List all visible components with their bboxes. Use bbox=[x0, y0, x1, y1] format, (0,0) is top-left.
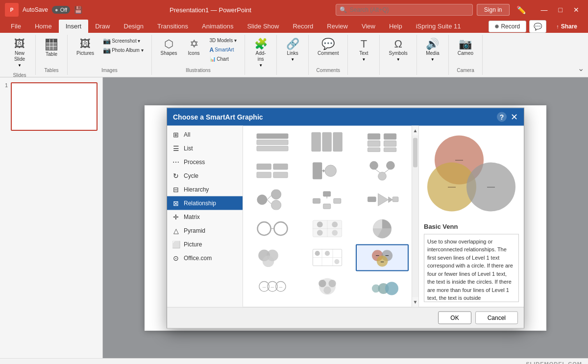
category-cycle[interactable]: ↻ Cycle bbox=[167, 169, 243, 182]
graphic-item-16[interactable]: — — — bbox=[246, 273, 299, 300]
tab-transitions[interactable]: Transitions bbox=[150, 20, 195, 33]
tab-view[interactable]: View bbox=[355, 20, 382, 33]
smartart-button[interactable]: A SmartArt bbox=[207, 46, 240, 54]
category-picture[interactable]: ⬜ Picture bbox=[167, 237, 243, 251]
screenshot-button[interactable]: 📷 Screenshot ▾ bbox=[100, 37, 146, 45]
category-list[interactable]: ☰ List bbox=[167, 141, 243, 155]
text-button[interactable]: T Text ▼ bbox=[353, 37, 374, 64]
pencil-icon[interactable]: ✏️ bbox=[516, 5, 526, 15]
category-hierarchy[interactable]: ⊟ Hierarchy bbox=[167, 182, 243, 196]
graphic-item-9[interactable] bbox=[356, 186, 409, 213]
tab-draw[interactable]: Draw bbox=[88, 20, 117, 33]
slide-thumbnail[interactable] bbox=[11, 82, 98, 131]
category-matrix[interactable]: ✛ Matrix bbox=[167, 210, 243, 223]
tab-home[interactable]: Home bbox=[28, 20, 59, 33]
3d-models-button[interactable]: 3D Models ▾ bbox=[207, 37, 240, 45]
smartart-label: SmartArt bbox=[215, 47, 234, 53]
save-icon[interactable]: 💾 bbox=[74, 6, 82, 14]
scrollbar-up[interactable]: ▲ bbox=[412, 125, 418, 135]
svg-point-81 bbox=[385, 282, 398, 295]
tab-animations[interactable]: Animations bbox=[195, 20, 240, 33]
media-button[interactable]: 🔊 Media ▼ bbox=[422, 37, 443, 64]
dialog-help-button[interactable]: ? bbox=[497, 112, 507, 121]
svg-point-26 bbox=[386, 161, 394, 170]
illustrations-items: ⬡ Shapes ✡ Icons 3D Models ▾ A SmartArt bbox=[157, 37, 240, 65]
illustrations-sub-group: 3D Models ▾ A SmartArt 📊 Chart bbox=[207, 37, 240, 63]
pictures-button[interactable]: 🖼 Pictures bbox=[73, 37, 98, 58]
record-dot-icon bbox=[495, 24, 499, 28]
preview-image: — — — bbox=[424, 130, 519, 218]
minimize-button[interactable]: — bbox=[537, 5, 552, 15]
tab-record[interactable]: Record bbox=[286, 20, 320, 33]
cancel-button[interactable]: Cancel bbox=[475, 311, 518, 324]
svg-rect-16 bbox=[273, 164, 288, 170]
graphic-item-1[interactable] bbox=[246, 128, 299, 155]
graphic-item-10[interactable] bbox=[246, 215, 299, 242]
graphic-item-15-venn[interactable] bbox=[356, 244, 409, 271]
tab-insert[interactable]: Insert bbox=[59, 20, 89, 33]
maximize-button[interactable]: □ bbox=[555, 5, 566, 15]
comment-ribbon-button[interactable]: 💬 Comment bbox=[314, 37, 343, 58]
graphic-item-11[interactable] bbox=[301, 215, 354, 242]
svg-point-78 bbox=[323, 286, 331, 293]
icons-button[interactable]: ✡ Icons bbox=[183, 37, 205, 58]
category-relationship[interactable]: ⊠ Relationship bbox=[167, 196, 243, 210]
svg-line-30 bbox=[267, 199, 271, 203]
tab-file[interactable]: File bbox=[4, 20, 28, 33]
scrollbar-down[interactable]: ▼ bbox=[412, 297, 418, 307]
graphic-item-14[interactable] bbox=[301, 244, 354, 271]
graphic-item-3[interactable] bbox=[356, 128, 409, 155]
new-slide-label: NewSlide bbox=[14, 50, 25, 62]
relationship-label: Relationship bbox=[184, 199, 216, 206]
dialog-close-button[interactable]: ✕ bbox=[511, 112, 518, 121]
category-process[interactable]: ⋯ Process bbox=[167, 155, 243, 169]
new-slide-button[interactable]: 🖼 NewSlide ▼ bbox=[9, 37, 30, 70]
graphic-item-8[interactable] bbox=[301, 186, 354, 213]
addins-button[interactable]: 🧩 Add-ins ▼ bbox=[250, 37, 271, 70]
chart-button[interactable]: 📊 Chart bbox=[207, 55, 240, 63]
tab-help[interactable]: Help bbox=[382, 20, 409, 33]
graphic-item-12[interactable] bbox=[356, 215, 409, 242]
close-button[interactable]: ✕ bbox=[569, 5, 583, 15]
expand-icon[interactable]: ⌄ bbox=[578, 64, 584, 73]
graphic-item-2[interactable] bbox=[301, 128, 354, 155]
sign-in-button[interactable]: Sign in bbox=[477, 4, 510, 16]
photo-album-button[interactable]: 📷 Photo Album ▾ bbox=[100, 46, 146, 54]
ok-button[interactable]: OK bbox=[438, 311, 471, 324]
autosave-toggle[interactable]: ● Off bbox=[52, 6, 70, 14]
shapes-button[interactable]: ⬡ Shapes bbox=[157, 37, 181, 58]
graphic-item-18[interactable] bbox=[356, 273, 409, 300]
svg-point-23 bbox=[370, 161, 378, 170]
dialog-footer: OK Cancel bbox=[167, 307, 524, 328]
dialog-scrollbar[interactable]: ▲ ▼ bbox=[412, 125, 418, 307]
tab-design[interactable]: Design bbox=[117, 20, 150, 33]
search-input[interactable] bbox=[336, 4, 473, 16]
symbols-button[interactable]: Ω Symbols ▼ bbox=[385, 37, 411, 64]
category-all[interactable]: ⊞ All bbox=[167, 127, 243, 141]
ribbon-expand[interactable]: ⌄ bbox=[578, 35, 584, 75]
slide-panel: 1 bbox=[0, 77, 103, 358]
scrollbar-thumb[interactable] bbox=[413, 138, 417, 167]
shapes-icon: ⬡ bbox=[164, 39, 173, 49]
cameo-button[interactable]: 📷 Cameo bbox=[454, 37, 477, 58]
category-officecom[interactable]: ⊙ Office.com bbox=[167, 251, 243, 265]
share-button[interactable]: ↑ Share bbox=[549, 21, 584, 32]
record-button[interactable]: Record bbox=[489, 21, 526, 32]
tab-ispring[interactable]: iSpring Suite 11 bbox=[409, 20, 468, 33]
slides-items: 🖼 NewSlide ▼ bbox=[9, 37, 30, 70]
graphic-item-17[interactable] bbox=[301, 273, 354, 300]
table-button[interactable]: Table bbox=[41, 37, 62, 59]
links-button[interactable]: 🔗 Links ▼ bbox=[282, 37, 303, 64]
ribbon-group-addins: 🧩 Add-ins ▼ bbox=[245, 35, 277, 75]
graphic-item-4[interactable] bbox=[246, 157, 299, 184]
category-pyramid[interactable]: △ Pyramid bbox=[167, 223, 243, 237]
graphic-item-7[interactable] bbox=[246, 186, 299, 213]
tab-review[interactable]: Review bbox=[320, 20, 355, 33]
tab-slideshow[interactable]: Slide Show bbox=[240, 20, 286, 33]
graphic-item-6[interactable] bbox=[356, 157, 409, 184]
addins-label: Add-ins bbox=[256, 50, 266, 62]
graphic-item-5[interactable] bbox=[301, 157, 354, 184]
svg-line-24 bbox=[375, 169, 380, 172]
graphic-item-13[interactable] bbox=[246, 244, 299, 271]
comment-button[interactable]: 💬 bbox=[529, 20, 546, 33]
